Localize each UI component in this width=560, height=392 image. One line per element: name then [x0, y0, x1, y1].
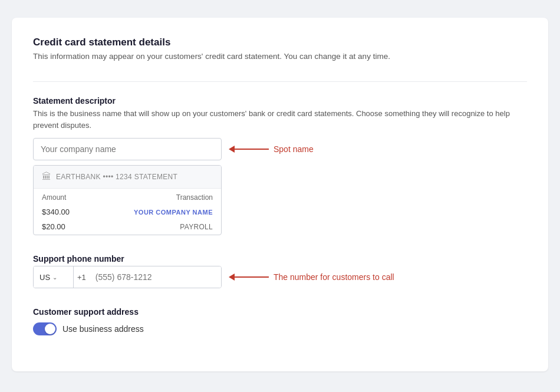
- transaction-cell-2: PAYROLL: [93, 220, 221, 235]
- col-amount-header: Amount: [34, 189, 93, 205]
- support-phone-label: Support phone number: [33, 254, 527, 263]
- bank-title: EARTHBANK •••• 1234 STATEMENT: [56, 173, 177, 181]
- use-business-address-toggle[interactable]: [33, 322, 57, 335]
- arrow-line: [233, 149, 269, 150]
- statement-descriptor-label: Statement descriptor: [33, 96, 527, 106]
- bank-table-header-row: Amount Transaction: [34, 189, 221, 205]
- statement-descriptor-section: Statement descriptor This is the busines…: [33, 96, 527, 235]
- customer-support-address-label: Customer support address: [33, 307, 527, 317]
- page-description: This information may appear on your cust…: [33, 51, 527, 62]
- phone-annotation: The number for customers to call: [233, 272, 394, 282]
- statement-descriptor-desc: This is the business name that will show…: [33, 108, 527, 131]
- statement-descriptor-annotation: Spot name: [233, 144, 314, 154]
- statement-descriptor-input[interactable]: [33, 138, 222, 160]
- transaction-cell-1: YOUR COMPANY NAME: [93, 205, 221, 220]
- col-transaction-header: Transaction: [93, 189, 221, 205]
- support-phone-section: Support phone number US ⌄ +1 The number …: [33, 254, 527, 288]
- phone-arrow-line: [233, 276, 269, 278]
- chevron-down-icon: ⌄: [52, 274, 57, 281]
- country-label: US: [39, 273, 50, 282]
- phone-annotation-arrow: [233, 276, 269, 278]
- phone-number-input[interactable]: [90, 266, 221, 288]
- divider-1: [33, 81, 527, 82]
- bank-icon: 🏛: [42, 172, 51, 182]
- page-title: Credit card statement details: [33, 37, 527, 48]
- page-header: Credit card statement details This infor…: [33, 37, 527, 62]
- phone-input-wrapper: US ⌄ +1: [33, 266, 222, 288]
- toggle-label: Use business address: [62, 324, 144, 334]
- phone-annotation-label: The number for customers to call: [274, 272, 394, 282]
- bank-statement-preview: 🏛 EARTHBANK •••• 1234 STATEMENT Amount T…: [33, 165, 222, 235]
- support-phone-input-row: US ⌄ +1 The number for customers to call: [33, 266, 527, 288]
- amount-cell-1: $340.00: [34, 205, 93, 220]
- toggle-row: Use business address: [33, 322, 527, 335]
- main-card: Credit card statement details This infor…: [12, 18, 548, 371]
- transaction-payroll-label: PAYROLL: [180, 223, 213, 231]
- transaction-highlight-label: YOUR COMPANY NAME: [134, 209, 213, 216]
- table-row: $20.00 PAYROLL: [34, 220, 221, 235]
- table-row: $340.00 YOUR COMPANY NAME: [34, 205, 221, 220]
- country-selector[interactable]: US ⌄: [34, 266, 74, 288]
- amount-cell-2: $20.00: [34, 220, 93, 235]
- country-dial-code: +1: [74, 266, 90, 288]
- annotation-label: Spot name: [274, 144, 314, 154]
- bank-header: 🏛 EARTHBANK •••• 1234 STATEMENT: [34, 166, 221, 189]
- customer-support-address-section: Customer support address Use business ad…: [33, 307, 527, 335]
- bank-table: Amount Transaction $340.00 YOUR COMPANY …: [34, 189, 221, 235]
- statement-descriptor-input-row: Spot name: [33, 138, 527, 160]
- annotation-arrow: [233, 149, 269, 150]
- toggle-thumb: [45, 324, 55, 334]
